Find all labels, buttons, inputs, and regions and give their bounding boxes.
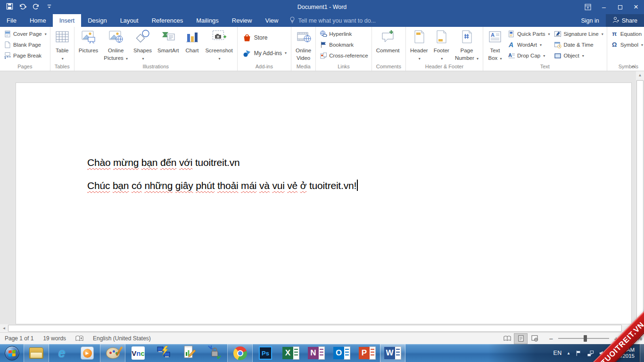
tab-home[interactable]: Home — [23, 14, 53, 27]
shapes-button[interactable]: Shapes▾ — [131, 28, 155, 62]
close-button[interactable]: × — [628, 0, 644, 14]
my-add-ins-button[interactable]: My Add-ins▾ — [240, 47, 289, 59]
word-count[interactable]: 19 words — [38, 335, 71, 342]
header-button[interactable]: Header▾ — [407, 28, 431, 62]
redo-button[interactable] — [30, 2, 41, 12]
horizontal-scroll-thumb[interactable] — [8, 325, 622, 332]
page-indicator[interactable]: Page 1 of 1 — [0, 335, 38, 342]
photoshop-icon: Ps — [259, 346, 272, 360]
network-icon[interactable] — [587, 350, 594, 357]
action-center-flag-icon[interactable] — [575, 350, 582, 357]
paint-icon — [106, 347, 120, 359]
footer-icon — [434, 29, 449, 46]
online-video-button[interactable]: OnlineVideo — [293, 28, 314, 61]
taskbar-excel-button[interactable]: X — [278, 344, 304, 362]
taskbar-onenote-button[interactable]: N — [304, 344, 329, 362]
scroll-up-arrow-icon[interactable]: ▲ — [636, 71, 644, 79]
pictures-button[interactable]: Pictures — [76, 28, 101, 54]
read-mode-button[interactable] — [500, 333, 514, 344]
cover-page-button[interactable]: Cover Page▾ — [1, 29, 49, 39]
drop-cap-button[interactable]: ADrop Cap▾ — [505, 50, 552, 61]
undo-button[interactable]: ▾ — [17, 2, 28, 12]
taskbar-photoshop-button[interactable]: Ps — [253, 344, 278, 362]
language-switcher[interactable]: EN — [553, 350, 562, 356]
comment-button[interactable]: Comment — [373, 28, 403, 54]
ribbon-display-options-button[interactable] — [580, 0, 596, 14]
zoom-out-button[interactable]: − — [548, 335, 554, 343]
customize-quick-access-button[interactable] — [43, 2, 55, 12]
tab-file[interactable]: File — [0, 14, 23, 27]
save-button[interactable] — [4, 2, 15, 12]
symbol-button[interactable]: ΩSymbol▾ — [609, 40, 644, 50]
doc-word: ở — [300, 180, 307, 191]
page-number-button[interactable]: PageNumber ▾ — [452, 28, 481, 62]
tab-view[interactable]: View — [258, 14, 285, 27]
doc-word: bạn — [141, 157, 157, 168]
quick-parts-button[interactable]: Quick Parts▾ — [505, 29, 552, 39]
proofing-errors-icon[interactable] — [71, 335, 88, 342]
taskbar-internet-explorer-button[interactable]: e — [49, 344, 74, 362]
show-desktop-button[interactable] — [639, 344, 644, 362]
text-box-button[interactable]: ATextBox ▾ — [485, 28, 505, 62]
online-pictures-icon — [108, 29, 124, 46]
sign-in-button[interactable]: Sign in — [574, 14, 605, 27]
taskbar-chrome-button[interactable] — [227, 344, 253, 362]
tab-references[interactable]: References — [145, 14, 190, 27]
bookmark-button[interactable]: Bookmark — [317, 40, 370, 50]
taskbar-secure-lock-button[interactable] — [202, 344, 227, 362]
restore-button[interactable] — [612, 0, 628, 14]
footer-button[interactable]: Footer▾ — [431, 28, 452, 62]
taskbar-vnc-button[interactable]: Vnc — [125, 344, 151, 362]
ribbon-tab-row: FileHomeInsertDesignLayoutReferencesMail… — [0, 14, 644, 27]
blank-page-icon — [3, 41, 11, 49]
taskbar-remote-pc-button[interactable] — [151, 344, 176, 362]
online-pictures-button[interactable]: OnlinePictures ▾ — [101, 28, 131, 62]
language-indicator[interactable]: English (United States) — [88, 335, 156, 342]
taskbar-powerpoint-button[interactable]: P — [355, 344, 380, 362]
horizontal-scrollbar[interactable]: ◄ — [0, 324, 636, 332]
zoom-slider[interactable] — [558, 338, 609, 339]
taskbar-media-player-button[interactable]: ▶ — [74, 344, 100, 362]
chrome-icon — [233, 346, 247, 360]
drop-cap-icon: A — [507, 52, 515, 59]
minimize-button[interactable]: – — [596, 0, 612, 14]
equation-button[interactable]: πEquation▾ — [609, 29, 644, 39]
document-page[interactable]: Chào mừng bạn đến với tuoitreit.vnChúc b… — [16, 82, 632, 324]
tell-me-box[interactable]: Tell me what you want to do... — [285, 14, 380, 27]
cross-reference-button[interactable]: Cross-reference — [317, 50, 370, 61]
taskbar-outlook-button[interactable]: O — [329, 344, 355, 362]
date-time-button[interactable]: Date & Time — [552, 40, 605, 50]
start-button[interactable] — [0, 344, 24, 362]
blank-page-button[interactable]: Blank Page — [1, 40, 49, 50]
explorer-icon — [29, 347, 43, 359]
screenshot-button[interactable]: Screenshot▾ — [202, 28, 235, 62]
collapse-ribbon-button[interactable] — [631, 63, 639, 69]
tab-insert[interactable]: Insert — [53, 14, 82, 27]
table-button[interactable]: Table▾ — [52, 28, 73, 62]
store-button[interactable]: Store — [240, 32, 270, 44]
hyperlink-button[interactable]: Hyperlink — [317, 29, 370, 39]
share-button[interactable]: Share — [606, 14, 644, 27]
taskbar-word-button[interactable]: W — [380, 344, 405, 362]
vertical-scrollbar[interactable]: ▲ — [636, 71, 644, 324]
tab-design[interactable]: Design — [81, 14, 113, 27]
document-area: Chào mừng bạn đến với tuoitreit.vnChúc b… — [0, 71, 644, 332]
web-layout-button[interactable] — [528, 333, 541, 344]
vertical-scroll-thumb[interactable] — [636, 80, 644, 321]
smartart-button[interactable]: SmartArt — [155, 28, 182, 54]
wordart-button[interactable]: AWordArt▾ — [505, 40, 552, 50]
print-layout-button[interactable] — [514, 333, 528, 344]
zoom-slider-thumb[interactable] — [584, 335, 587, 342]
signature-line-button[interactable]: Signature Line▾ — [552, 29, 605, 39]
taskbar-explorer-button[interactable] — [24, 344, 49, 362]
show-hidden-icons-button[interactable]: ▲ — [567, 351, 570, 355]
chart-button[interactable]: Chart — [182, 28, 202, 54]
tab-layout[interactable]: Layout — [114, 14, 145, 27]
page-break-button[interactable]: Page Break — [1, 50, 49, 61]
taskbar-paint-button[interactable] — [100, 344, 125, 362]
taskbar-notes-editor-button[interactable] — [176, 344, 202, 362]
object-button[interactable]: Object▾ — [552, 50, 605, 61]
tab-review[interactable]: Review — [225, 14, 259, 27]
scroll-left-arrow-icon[interactable]: ◄ — [0, 324, 8, 332]
tab-mailings[interactable]: Mailings — [190, 14, 225, 27]
